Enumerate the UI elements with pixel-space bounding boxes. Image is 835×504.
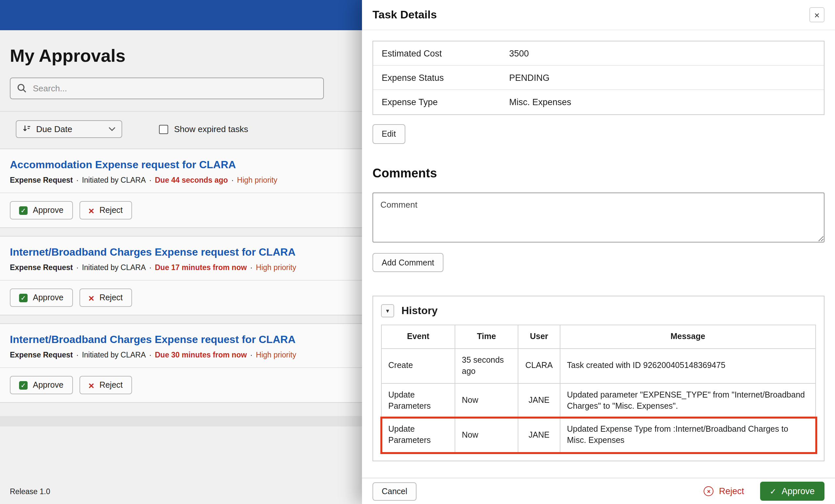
history-col-header: User xyxy=(518,325,560,348)
history-cell-event: Update Parameters xyxy=(381,418,455,453)
edit-button[interactable]: Edit xyxy=(372,124,405,144)
history-cell-time: 35 seconds ago xyxy=(455,348,518,383)
details-label: Estimated Cost xyxy=(373,48,509,58)
history-row: Create 35 seconds ago CLARA Task created… xyxy=(381,348,816,383)
history-cell-time: Now xyxy=(455,418,518,453)
close-button[interactable]: × xyxy=(809,7,824,22)
details-value: 3500 xyxy=(509,48,529,58)
reject-button[interactable]: × Reject xyxy=(79,288,132,307)
details-value: PENDING xyxy=(509,73,550,82)
history-panel: ▼ History Event Time User Message xyxy=(372,296,824,461)
task-initiator: Initiated by CLARA xyxy=(82,176,145,184)
history-cell-event: Create xyxy=(381,348,455,383)
task-type: Expense Request xyxy=(10,263,73,271)
task-initiator: Initiated by CLARA xyxy=(82,351,145,359)
release-version: Release 1.0 xyxy=(10,488,50,496)
history-cell-event: Update Parameters xyxy=(381,383,455,418)
history-row-highlighted: Update Parameters Now JANE Updated Expen… xyxy=(381,418,816,453)
comments-heading: Comments xyxy=(372,166,824,181)
details-label: Expense Status xyxy=(373,73,509,82)
history-header: ▼ History xyxy=(381,304,816,317)
history-table: Event Time User Message Create 35 second… xyxy=(381,325,816,453)
approve-button[interactable]: ✓ Approve xyxy=(10,201,73,220)
history-header-row: Event Time User Message xyxy=(381,325,816,348)
reject-label: Reject xyxy=(100,206,123,215)
separator: · xyxy=(149,176,152,184)
task-due: Due 44 seconds ago xyxy=(155,176,228,184)
search-box xyxy=(10,78,324,99)
history-col-header: Time xyxy=(455,325,518,348)
task-priority: High priority xyxy=(237,176,278,184)
separator: · xyxy=(149,351,152,359)
task-initiator: Initiated by CLARA xyxy=(82,263,145,271)
separator: · xyxy=(250,351,252,359)
approve-label: Approve xyxy=(33,206,63,215)
footer-actions: × Reject ✓ Approve xyxy=(704,482,824,501)
history-cell-message: Updated Expense Type from :Internet/Broa… xyxy=(560,418,816,453)
reject-button[interactable]: × Reject xyxy=(79,201,132,220)
x-icon: × xyxy=(88,380,94,390)
approve-task-button[interactable]: ✓ Approve xyxy=(760,482,824,501)
details-row: Expense Status PENDING xyxy=(373,66,824,90)
separator: · xyxy=(231,176,234,184)
separator: · xyxy=(149,263,152,271)
reject-task-button[interactable]: × Reject xyxy=(704,486,744,496)
x-icon: × xyxy=(88,293,94,303)
show-expired-checkbox[interactable] xyxy=(159,124,168,134)
history-cell-message: Task created with ID 926200405148369475 xyxy=(560,348,816,383)
approve-label: Approve xyxy=(33,293,63,302)
approve-label: Approve xyxy=(781,486,815,496)
check-icon: ✓ xyxy=(19,381,27,389)
comment-input[interactable] xyxy=(372,193,824,242)
drawer-body: Estimated Cost 3500 Expense Status PENDI… xyxy=(362,30,835,478)
reject-label: Reject xyxy=(100,381,123,390)
reject-button[interactable]: × Reject xyxy=(79,376,132,394)
drawer-title: Task Details xyxy=(372,8,437,21)
details-value: Misc. Expenses xyxy=(509,97,571,107)
drawer-footer: Cancel × Reject ✓ Approve xyxy=(362,478,835,504)
details-label: Expense Type xyxy=(373,97,509,107)
history-col-header: Message xyxy=(560,325,816,348)
add-comment-button[interactable]: Add Comment xyxy=(372,253,444,272)
reject-label: Reject xyxy=(719,486,744,496)
search-icon xyxy=(16,83,27,96)
separator: · xyxy=(76,263,79,271)
task-due: Due 17 minutes from now xyxy=(155,263,247,271)
separator: · xyxy=(76,176,79,184)
separator: · xyxy=(76,351,79,359)
details-row: Expense Type Misc. Expenses xyxy=(373,90,824,114)
details-row: Estimated Cost 3500 xyxy=(373,41,824,66)
sort-dropdown[interactable]: Due Date xyxy=(16,120,122,138)
chevron-down-icon xyxy=(108,127,116,132)
task-details-drawer: Task Details × Estimated Cost 3500 Expen… xyxy=(362,0,835,504)
history-collapse-button[interactable]: ▼ xyxy=(381,304,394,317)
history-cell-time: Now xyxy=(455,383,518,418)
history-col-header: Event xyxy=(381,325,455,348)
drawer-header: Task Details × xyxy=(362,0,835,30)
history-cell-user: JANE xyxy=(518,383,560,418)
task-type: Expense Request xyxy=(10,351,73,359)
approve-label: Approve xyxy=(33,381,63,390)
triangle-down-icon: ▼ xyxy=(385,308,390,314)
check-icon: ✓ xyxy=(770,487,776,496)
cancel-button[interactable]: Cancel xyxy=(372,482,416,500)
show-expired-label: Show expired tasks xyxy=(174,124,248,134)
approve-button[interactable]: ✓ Approve xyxy=(10,288,73,307)
task-priority: High priority xyxy=(256,351,296,359)
check-icon: ✓ xyxy=(19,206,27,215)
history-cell-user: CLARA xyxy=(518,348,560,383)
history-row: Update Parameters Now JANE Updated param… xyxy=(381,383,816,418)
sort-icon xyxy=(22,124,31,134)
close-icon: × xyxy=(814,9,819,20)
circled-x-icon: × xyxy=(704,486,714,496)
search-input[interactable] xyxy=(10,78,324,99)
separator: · xyxy=(250,263,252,271)
screen: My Approvals Due Date Show expired tasks xyxy=(0,0,835,504)
approve-button[interactable]: ✓ Approve xyxy=(10,376,73,394)
x-icon: × xyxy=(88,205,94,215)
task-due: Due 30 minutes from now xyxy=(155,351,247,359)
reject-label: Reject xyxy=(100,293,123,302)
details-table: Estimated Cost 3500 Expense Status PENDI… xyxy=(372,41,824,115)
task-type: Expense Request xyxy=(10,176,73,184)
sort-label: Due Date xyxy=(36,124,72,134)
